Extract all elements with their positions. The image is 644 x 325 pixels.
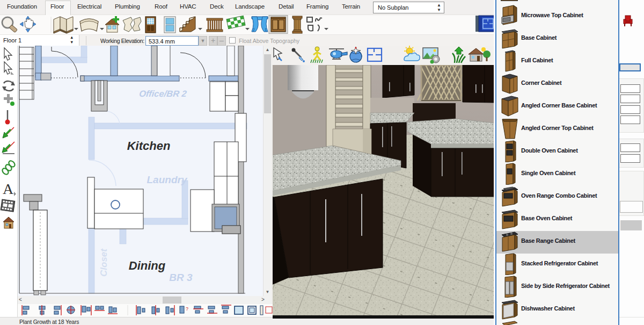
svg-text:Dining: Dining bbox=[129, 259, 166, 272]
svg-text:BR 3: BR 3 bbox=[169, 272, 193, 283]
svg-text:Laundry: Laundry bbox=[147, 174, 188, 185]
svg-text:A: A bbox=[3, 180, 14, 197]
svg-text:Office/BR 2: Office/BR 2 bbox=[138, 89, 187, 99]
svg-text:Kitchen: Kitchen bbox=[127, 139, 171, 153]
svg-text:?: ? bbox=[186, 306, 188, 312]
svg-text:Closet: Closet bbox=[99, 248, 109, 277]
